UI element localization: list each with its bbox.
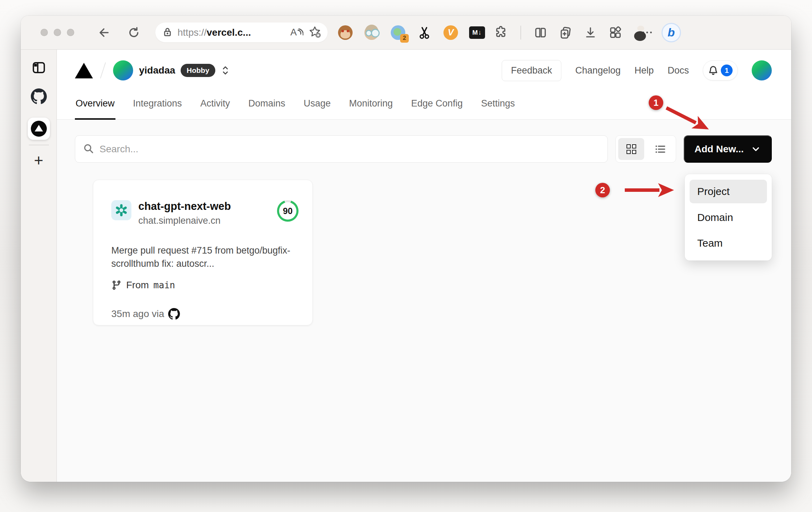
vercel-favicon: [31, 121, 47, 137]
scissors-extension-icon[interactable]: [416, 25, 432, 41]
openai-project-icon: [111, 200, 131, 220]
changelog-link[interactable]: Changelog: [575, 65, 621, 76]
search-box[interactable]: [75, 135, 608, 163]
toolbar-right-icons: b: [493, 23, 681, 42]
translate-extension-icon[interactable]: 2: [390, 25, 406, 41]
lighthouse-score-badge[interactable]: 90: [277, 200, 299, 222]
vercel-tab-active[interactable]: [28, 118, 50, 140]
tab-edge-config[interactable]: Edge Config: [411, 91, 464, 119]
markdown-download-extension-icon[interactable]: M↓: [469, 25, 485, 41]
close-window-button[interactable]: [41, 29, 48, 36]
tab-overview[interactable]: Overview: [75, 91, 115, 119]
extensions-row: 2 V M↓: [337, 25, 485, 41]
score-value: 90: [279, 202, 296, 220]
dashboard-tabs: Overview Integrations Activity Domains U…: [75, 91, 772, 119]
add-new-dropdown: Project Domain Team: [685, 174, 772, 261]
notification-count: 1: [721, 65, 733, 76]
toolbar-divider: [520, 26, 521, 40]
lock-icon: [162, 27, 173, 39]
plan-badge: Hobby: [181, 64, 215, 77]
tab-usage[interactable]: Usage: [303, 91, 331, 119]
new-tab-button[interactable]: +: [34, 152, 43, 168]
traffic-lights: [41, 29, 74, 36]
vercel-logo[interactable]: [75, 63, 93, 78]
zoom-window-button[interactable]: [67, 29, 74, 36]
grid-view-icon: [627, 144, 636, 154]
collections-icon[interactable]: [558, 25, 573, 40]
view-toggle: [615, 135, 676, 163]
url-text: https://vercel.c...: [178, 27, 285, 38]
extension-badge: 2: [400, 34, 409, 43]
extensions-puzzle-icon[interactable]: [493, 25, 509, 40]
reload-icon[interactable]: [126, 25, 141, 40]
browser-sidebar: +: [21, 50, 57, 482]
sidebar-toggle-icon[interactable]: [31, 60, 46, 77]
deploy-time: 35m ago via: [111, 308, 164, 319]
v-extension-icon[interactable]: V: [443, 25, 459, 41]
add-new-button[interactable]: Add New...: [684, 135, 772, 163]
dropdown-item-team[interactable]: Team: [690, 231, 767, 255]
back-icon[interactable]: [96, 25, 111, 40]
user-avatar[interactable]: [752, 60, 772, 80]
project-name[interactable]: chat-gpt-next-web: [138, 200, 231, 213]
sidebar-divider: [29, 145, 49, 145]
deploy-meta: 35m ago via: [111, 308, 299, 320]
dropdown-item-project[interactable]: Project: [690, 180, 767, 203]
split-screen-icon[interactable]: [533, 25, 548, 40]
list-view-icon: [655, 144, 666, 154]
tab-settings[interactable]: Settings: [480, 91, 516, 119]
git-branch-icon: [111, 280, 122, 290]
url-scheme: https://: [178, 27, 207, 38]
project-card[interactable]: chat-gpt-next-web chat.simplenaive.cn 90…: [93, 180, 313, 325]
search-input[interactable]: [100, 144, 600, 155]
commit-message: Merge pull request #715 from betgo/bugfi…: [111, 244, 299, 271]
grid-view-button[interactable]: [618, 138, 644, 160]
tab-activity[interactable]: Activity: [200, 91, 231, 119]
chevron-down-icon: [751, 144, 761, 154]
dropdown-item-domain[interactable]: Domain: [690, 206, 767, 229]
tab-monitoring[interactable]: Monitoring: [348, 91, 394, 119]
minimize-window-button[interactable]: [54, 29, 61, 36]
url-host: vercel.c...: [207, 27, 251, 38]
browser-window: https://vercel.c... A 2 V M↓: [21, 16, 791, 482]
address-bar[interactable]: https://vercel.c... A: [155, 23, 328, 42]
project-domain[interactable]: chat.simplenaive.cn: [138, 215, 231, 226]
tab-integrations[interactable]: Integrations: [132, 91, 183, 119]
team-switcher-icon[interactable]: [221, 65, 230, 76]
notifications-button[interactable]: 1: [703, 60, 738, 80]
grandma-extension-icon[interactable]: [364, 25, 380, 41]
github-tab-icon[interactable]: [31, 88, 47, 106]
github-icon: [168, 308, 180, 320]
team-avatar[interactable]: [113, 60, 133, 80]
team-name[interactable]: yidadaa: [139, 65, 175, 76]
tab-domains[interactable]: Domains: [248, 91, 286, 119]
read-aloud-icon[interactable]: A: [290, 26, 303, 39]
workspaces-icon[interactable]: [608, 25, 623, 40]
branch-label: From: [126, 280, 149, 291]
monkey-extension-icon[interactable]: [337, 25, 353, 41]
branch-row: From main: [111, 280, 299, 291]
downloads-icon[interactable]: [583, 25, 598, 40]
bing-chat-icon[interactable]: b: [662, 23, 681, 42]
branch-name: main: [153, 280, 175, 290]
add-favorite-icon[interactable]: [308, 25, 321, 40]
breadcrumb-slash: [100, 62, 106, 78]
list-view-button[interactable]: [647, 138, 673, 160]
docs-link[interactable]: Docs: [667, 65, 689, 76]
svg-text:A: A: [291, 27, 297, 37]
vercel-page: yidadaa Hobby Feedback Changelog Help Do…: [57, 50, 791, 482]
feedback-button[interactable]: Feedback: [502, 60, 562, 81]
browser-toolbar: https://vercel.c... A 2 V M↓: [21, 16, 791, 50]
search-icon: [83, 143, 94, 155]
help-link[interactable]: Help: [634, 65, 654, 76]
vercel-header: yidadaa Hobby Feedback Changelog Help Do…: [57, 50, 791, 120]
